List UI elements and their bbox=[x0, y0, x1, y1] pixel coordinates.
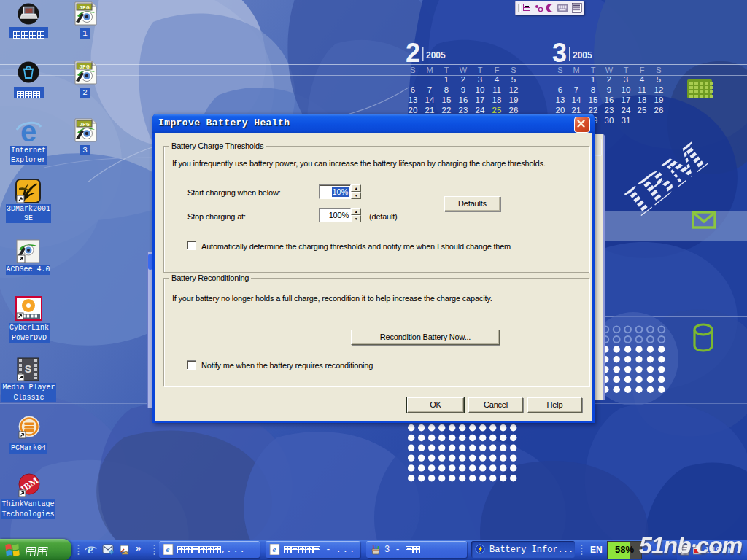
svg-text:11: 11 bbox=[638, 85, 646, 94]
svg-text:T: T bbox=[624, 66, 629, 74]
svg-text:S: S bbox=[656, 66, 661, 74]
svg-text:15: 15 bbox=[589, 96, 598, 104]
svg-text:8: 8 bbox=[591, 85, 595, 94]
svg-text:2: 2 bbox=[461, 75, 465, 84]
svg-text:JPG: JPG bbox=[79, 121, 90, 128]
svg-text:9: 9 bbox=[461, 85, 465, 94]
svg-text:6: 6 bbox=[411, 85, 415, 94]
svg-text:S: S bbox=[410, 66, 415, 74]
svg-text:5: 5 bbox=[657, 75, 661, 84]
svg-text:31: 31 bbox=[622, 116, 631, 125]
svg-text:12: 12 bbox=[509, 85, 519, 94]
svg-text:e: e bbox=[88, 543, 93, 556]
svg-text:6: 6 bbox=[558, 85, 562, 94]
svg-text:5: 5 bbox=[511, 75, 516, 84]
svg-text:F: F bbox=[495, 66, 500, 74]
svg-text:F: F bbox=[640, 66, 645, 74]
svg-text:e: e bbox=[166, 545, 170, 553]
svg-text:13: 13 bbox=[409, 96, 418, 104]
svg-text:7: 7 bbox=[427, 85, 432, 94]
svg-text:S: S bbox=[511, 66, 516, 74]
svg-text:19: 19 bbox=[654, 96, 664, 104]
svg-text:25: 25 bbox=[638, 106, 647, 114]
svg-text:10: 10 bbox=[622, 85, 631, 94]
svg-text:16: 16 bbox=[605, 96, 614, 104]
svg-text:4: 4 bbox=[495, 75, 500, 84]
svg-text:10: 10 bbox=[476, 85, 485, 94]
svg-text:14: 14 bbox=[572, 96, 581, 104]
svg-text:3: 3 bbox=[624, 75, 628, 84]
svg-text:19: 19 bbox=[509, 96, 519, 104]
svg-text:15: 15 bbox=[442, 96, 452, 104]
svg-text:JPG: JPG bbox=[79, 4, 90, 11]
svg-text:24: 24 bbox=[622, 106, 631, 114]
svg-text:23: 23 bbox=[605, 106, 614, 114]
svg-text:7: 7 bbox=[574, 85, 578, 94]
svg-text:T: T bbox=[478, 66, 483, 74]
svg-text:2005: 2005 bbox=[426, 50, 446, 61]
svg-text:30: 30 bbox=[605, 116, 614, 125]
svg-text:13: 13 bbox=[556, 96, 565, 104]
svg-text:JPG: JPG bbox=[79, 63, 90, 70]
svg-text:2005: 2005 bbox=[573, 50, 592, 61]
svg-text:16: 16 bbox=[459, 96, 468, 104]
svg-text:T: T bbox=[591, 66, 596, 74]
svg-text:2: 2 bbox=[607, 75, 611, 84]
svg-text:4: 4 bbox=[640, 75, 645, 84]
svg-text:14: 14 bbox=[425, 96, 435, 104]
svg-text:18: 18 bbox=[638, 96, 647, 104]
svg-text:S: S bbox=[557, 66, 562, 74]
svg-text:S: S bbox=[25, 363, 31, 375]
svg-text:3: 3 bbox=[478, 75, 482, 84]
svg-text:M: M bbox=[426, 66, 433, 74]
svg-text:9: 9 bbox=[607, 85, 611, 94]
svg-text:e: e bbox=[273, 545, 276, 553]
svg-text:W: W bbox=[605, 66, 614, 74]
svg-text:26: 26 bbox=[654, 106, 664, 114]
svg-text:3: 3 bbox=[552, 38, 567, 68]
svg-text:11: 11 bbox=[492, 85, 501, 94]
svg-text:17: 17 bbox=[622, 96, 631, 104]
svg-text:1: 1 bbox=[591, 75, 595, 84]
svg-text:W: W bbox=[460, 66, 468, 74]
svg-text:2: 2 bbox=[406, 38, 420, 68]
svg-text:M: M bbox=[573, 66, 579, 74]
svg-text:T: T bbox=[444, 66, 449, 74]
svg-text:8: 8 bbox=[444, 85, 449, 94]
svg-text:12: 12 bbox=[654, 85, 664, 94]
svg-text:18: 18 bbox=[492, 96, 502, 104]
svg-text:1: 1 bbox=[444, 75, 449, 84]
svg-text:17: 17 bbox=[476, 96, 485, 104]
